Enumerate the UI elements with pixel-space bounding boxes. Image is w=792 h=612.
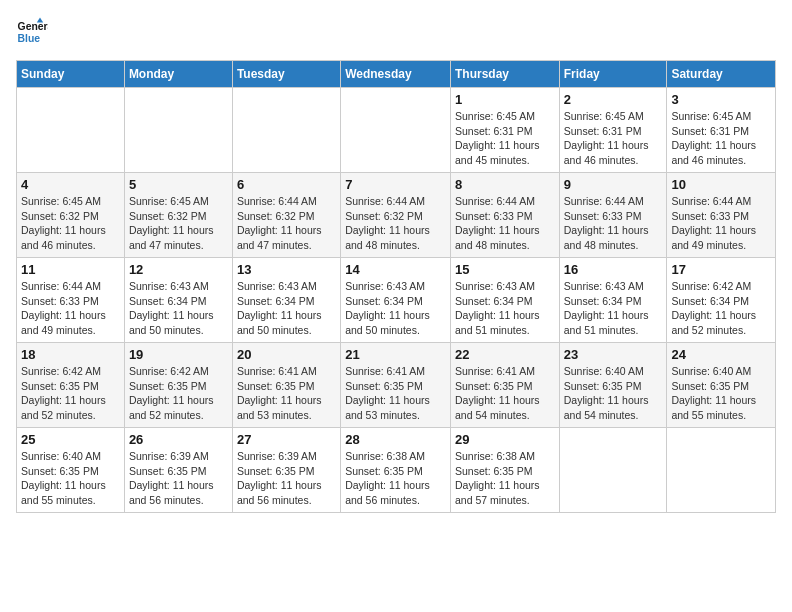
day-detail: Sunrise: 6:39 AM Sunset: 6:35 PM Dayligh… [237,449,336,508]
col-header-wednesday: Wednesday [341,61,451,88]
col-header-sunday: Sunday [17,61,125,88]
day-number: 25 [21,432,120,447]
col-header-tuesday: Tuesday [232,61,340,88]
calendar-cell [232,88,340,173]
day-number: 10 [671,177,771,192]
col-header-thursday: Thursday [450,61,559,88]
day-detail: Sunrise: 6:42 AM Sunset: 6:35 PM Dayligh… [21,364,120,423]
day-detail: Sunrise: 6:39 AM Sunset: 6:35 PM Dayligh… [129,449,228,508]
calendar-cell: 4Sunrise: 6:45 AM Sunset: 6:32 PM Daylig… [17,173,125,258]
day-detail: Sunrise: 6:45 AM Sunset: 6:31 PM Dayligh… [564,109,663,168]
calendar-cell [17,88,125,173]
calendar-cell: 26Sunrise: 6:39 AM Sunset: 6:35 PM Dayli… [124,428,232,513]
calendar-cell: 7Sunrise: 6:44 AM Sunset: 6:32 PM Daylig… [341,173,451,258]
calendar-cell: 17Sunrise: 6:42 AM Sunset: 6:34 PM Dayli… [667,258,776,343]
day-number: 18 [21,347,120,362]
logo: General Blue [16,16,52,48]
day-detail: Sunrise: 6:44 AM Sunset: 6:32 PM Dayligh… [345,194,446,253]
calendar-cell: 24Sunrise: 6:40 AM Sunset: 6:35 PM Dayli… [667,343,776,428]
calendar-cell: 10Sunrise: 6:44 AM Sunset: 6:33 PM Dayli… [667,173,776,258]
day-number: 29 [455,432,555,447]
day-detail: Sunrise: 6:44 AM Sunset: 6:33 PM Dayligh… [21,279,120,338]
day-detail: Sunrise: 6:41 AM Sunset: 6:35 PM Dayligh… [455,364,555,423]
calendar-cell: 23Sunrise: 6:40 AM Sunset: 6:35 PM Dayli… [559,343,667,428]
day-detail: Sunrise: 6:43 AM Sunset: 6:34 PM Dayligh… [455,279,555,338]
day-detail: Sunrise: 6:44 AM Sunset: 6:33 PM Dayligh… [455,194,555,253]
day-number: 12 [129,262,228,277]
day-number: 6 [237,177,336,192]
day-number: 15 [455,262,555,277]
day-detail: Sunrise: 6:43 AM Sunset: 6:34 PM Dayligh… [345,279,446,338]
day-number: 23 [564,347,663,362]
day-detail: Sunrise: 6:45 AM Sunset: 6:32 PM Dayligh… [21,194,120,253]
col-header-friday: Friday [559,61,667,88]
calendar-table: SundayMondayTuesdayWednesdayThursdayFrid… [16,60,776,513]
calendar-cell: 11Sunrise: 6:44 AM Sunset: 6:33 PM Dayli… [17,258,125,343]
calendar-week-row: 4Sunrise: 6:45 AM Sunset: 6:32 PM Daylig… [17,173,776,258]
svg-marker-2 [37,18,43,23]
day-detail: Sunrise: 6:42 AM Sunset: 6:35 PM Dayligh… [129,364,228,423]
day-detail: Sunrise: 6:45 AM Sunset: 6:32 PM Dayligh… [129,194,228,253]
calendar-cell: 25Sunrise: 6:40 AM Sunset: 6:35 PM Dayli… [17,428,125,513]
svg-text:General: General [18,21,48,32]
day-number: 21 [345,347,446,362]
day-number: 28 [345,432,446,447]
calendar-cell: 20Sunrise: 6:41 AM Sunset: 6:35 PM Dayli… [232,343,340,428]
day-number: 11 [21,262,120,277]
day-detail: Sunrise: 6:45 AM Sunset: 6:31 PM Dayligh… [671,109,771,168]
day-number: 27 [237,432,336,447]
day-number: 20 [237,347,336,362]
col-header-monday: Monday [124,61,232,88]
day-number: 4 [21,177,120,192]
day-number: 3 [671,92,771,107]
day-number: 9 [564,177,663,192]
day-detail: Sunrise: 6:40 AM Sunset: 6:35 PM Dayligh… [564,364,663,423]
calendar-cell: 29Sunrise: 6:38 AM Sunset: 6:35 PM Dayli… [450,428,559,513]
calendar-cell: 15Sunrise: 6:43 AM Sunset: 6:34 PM Dayli… [450,258,559,343]
day-number: 8 [455,177,555,192]
day-detail: Sunrise: 6:43 AM Sunset: 6:34 PM Dayligh… [237,279,336,338]
calendar-cell: 5Sunrise: 6:45 AM Sunset: 6:32 PM Daylig… [124,173,232,258]
calendar-header-row: SundayMondayTuesdayWednesdayThursdayFrid… [17,61,776,88]
day-detail: Sunrise: 6:44 AM Sunset: 6:32 PM Dayligh… [237,194,336,253]
svg-text:Blue: Blue [18,33,41,44]
calendar-cell [124,88,232,173]
calendar-cell: 27Sunrise: 6:39 AM Sunset: 6:35 PM Dayli… [232,428,340,513]
calendar-week-row: 18Sunrise: 6:42 AM Sunset: 6:35 PM Dayli… [17,343,776,428]
day-detail: Sunrise: 6:40 AM Sunset: 6:35 PM Dayligh… [671,364,771,423]
day-detail: Sunrise: 6:41 AM Sunset: 6:35 PM Dayligh… [237,364,336,423]
calendar-cell [341,88,451,173]
calendar-cell: 21Sunrise: 6:41 AM Sunset: 6:35 PM Dayli… [341,343,451,428]
page-header: General Blue [16,16,776,48]
day-number: 26 [129,432,228,447]
calendar-cell: 3Sunrise: 6:45 AM Sunset: 6:31 PM Daylig… [667,88,776,173]
calendar-week-row: 11Sunrise: 6:44 AM Sunset: 6:33 PM Dayli… [17,258,776,343]
day-number: 1 [455,92,555,107]
calendar-cell: 22Sunrise: 6:41 AM Sunset: 6:35 PM Dayli… [450,343,559,428]
calendar-cell [559,428,667,513]
calendar-cell: 18Sunrise: 6:42 AM Sunset: 6:35 PM Dayli… [17,343,125,428]
day-detail: Sunrise: 6:45 AM Sunset: 6:31 PM Dayligh… [455,109,555,168]
day-number: 16 [564,262,663,277]
day-number: 14 [345,262,446,277]
day-detail: Sunrise: 6:40 AM Sunset: 6:35 PM Dayligh… [21,449,120,508]
calendar-cell: 8Sunrise: 6:44 AM Sunset: 6:33 PM Daylig… [450,173,559,258]
day-detail: Sunrise: 6:44 AM Sunset: 6:33 PM Dayligh… [671,194,771,253]
logo-icon: General Blue [16,16,48,48]
calendar-week-row: 1Sunrise: 6:45 AM Sunset: 6:31 PM Daylig… [17,88,776,173]
day-number: 5 [129,177,228,192]
calendar-cell: 13Sunrise: 6:43 AM Sunset: 6:34 PM Dayli… [232,258,340,343]
calendar-cell: 14Sunrise: 6:43 AM Sunset: 6:34 PM Dayli… [341,258,451,343]
calendar-week-row: 25Sunrise: 6:40 AM Sunset: 6:35 PM Dayli… [17,428,776,513]
day-number: 19 [129,347,228,362]
day-detail: Sunrise: 6:44 AM Sunset: 6:33 PM Dayligh… [564,194,663,253]
calendar-cell [667,428,776,513]
day-detail: Sunrise: 6:43 AM Sunset: 6:34 PM Dayligh… [564,279,663,338]
calendar-cell: 28Sunrise: 6:38 AM Sunset: 6:35 PM Dayli… [341,428,451,513]
day-number: 2 [564,92,663,107]
calendar-cell: 2Sunrise: 6:45 AM Sunset: 6:31 PM Daylig… [559,88,667,173]
day-number: 13 [237,262,336,277]
day-detail: Sunrise: 6:38 AM Sunset: 6:35 PM Dayligh… [455,449,555,508]
day-detail: Sunrise: 6:42 AM Sunset: 6:34 PM Dayligh… [671,279,771,338]
col-header-saturday: Saturday [667,61,776,88]
